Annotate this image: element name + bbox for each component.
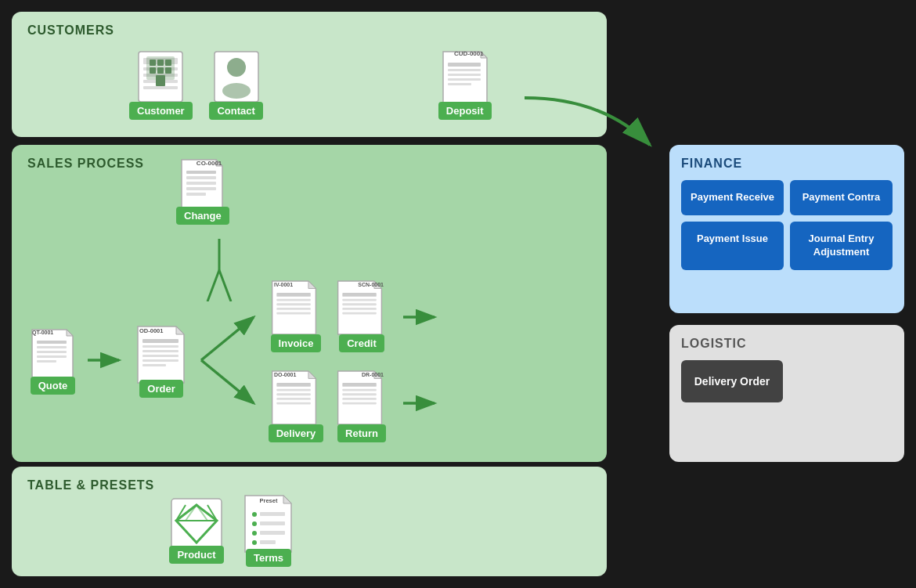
payment-contra-btn[interactable]: Payment Contra: [790, 180, 893, 215]
contact-card[interactable]: Contact: [208, 45, 265, 120]
svg-rect-98: [260, 512, 285, 516]
change-icon: CO-0001: [177, 157, 228, 213]
svg-rect-62: [276, 312, 310, 315]
svg-rect-102: [260, 531, 285, 535]
svg-rect-58: [276, 293, 310, 297]
svg-rect-47: [142, 345, 179, 348]
svg-rect-40: [37, 355, 67, 358]
svg-rect-5: [143, 86, 178, 89]
svg-rect-65: [342, 293, 376, 297]
finance-title: FINANCE: [681, 157, 893, 171]
svg-rect-27: [186, 171, 216, 174]
order-icon: OD-0001: [133, 323, 189, 386]
svg-rect-23: [448, 83, 471, 85]
svg-rect-41: [37, 360, 56, 363]
change-label-badge: Change: [176, 207, 229, 225]
svg-rect-66: [342, 299, 376, 301]
svg-rect-9: [165, 60, 171, 66]
quote-ref: QT-0001: [32, 330, 53, 335]
svg-rect-46: [142, 339, 179, 343]
sales-label: SALES PROCESS: [27, 157, 144, 171]
svg-line-55: [201, 360, 254, 403]
finance-buttons: Payment Receive Payment Contra Payment I…: [681, 180, 893, 270]
svg-rect-50: [142, 359, 179, 362]
payment-receive-btn[interactable]: Payment Receive: [681, 180, 784, 215]
customers-section: CUSTOMERS: [12, 12, 607, 137]
invoice-credit-pair: IV-0001 Invoice: [268, 278, 390, 352]
svg-rect-8: [157, 60, 164, 66]
quote-to-order-arrow: [86, 348, 125, 372]
product-icon: [168, 496, 225, 552]
customer-card[interactable]: Customer: [129, 45, 193, 120]
quote-card[interactable]: QT-0001 Quote: [27, 326, 78, 395]
svg-rect-68: [342, 308, 376, 310]
terms-label-badge: Terms: [246, 549, 291, 567]
customers-label: CUSTOMERS: [27, 23, 114, 38]
deposit-ref: CUD-0001: [454, 50, 484, 57]
change-card[interactable]: CO-0001 Change: [176, 157, 229, 225]
right-group: IV-0001 Invoice: [268, 278, 390, 442]
quote-label-badge: Quote: [31, 377, 76, 395]
quote-icon: QT-0001: [27, 326, 78, 383]
product-label-badge: Product: [169, 546, 223, 564]
svg-line-54: [201, 317, 254, 360]
svg-rect-81: [342, 393, 376, 395]
credit-card[interactable]: SCN-0001 Credit: [334, 278, 390, 352]
payment-issue-btn[interactable]: Payment Issue: [681, 222, 784, 270]
svg-rect-19: [448, 63, 481, 67]
customer-icon: [132, 45, 189, 108]
terms-icon: Preset: [240, 492, 297, 555]
product-card[interactable]: Product: [168, 496, 225, 564]
delivery-order-btn[interactable]: Delivery Order: [681, 360, 783, 402]
deposit-card[interactable]: CUD-0001 Deposit: [437, 45, 493, 120]
svg-marker-17: [443, 52, 487, 103]
credit-label-badge: Credit: [339, 334, 384, 352]
delivery-ref: DO-0001: [274, 372, 296, 377]
svg-rect-20: [448, 69, 481, 71]
svg-rect-11: [157, 67, 164, 74]
svg-rect-49: [142, 355, 179, 357]
svg-point-97: [252, 512, 257, 517]
svg-rect-37: [37, 341, 67, 344]
svg-rect-75: [276, 398, 310, 400]
svg-rect-21: [448, 74, 481, 76]
svg-rect-104: [260, 540, 276, 544]
svg-rect-76: [276, 402, 310, 405]
journal-entry-btn[interactable]: Journal Entry Adjustment: [790, 222, 893, 270]
svg-marker-45: [176, 326, 184, 334]
delivery-return-pair: DO-0001 Delivery: [268, 368, 390, 442]
svg-point-101: [252, 531, 257, 536]
deposit-label: Deposit: [438, 102, 492, 120]
svg-rect-83: [342, 402, 376, 405]
svg-marker-96: [283, 496, 291, 503]
return-card[interactable]: DR-0001 Return: [334, 368, 390, 442]
delivery-card[interactable]: DO-0001 Delivery: [268, 368, 324, 442]
terms-preset-ref: Preset: [260, 497, 278, 504]
customer-label: Customer: [129, 102, 193, 120]
svg-rect-31: [186, 193, 206, 196]
return-label-badge: Return: [337, 424, 386, 442]
logistic-title: LOGISTIC: [681, 337, 893, 351]
svg-rect-10: [150, 67, 156, 74]
svg-point-15: [227, 58, 246, 77]
sales-section: SALES PROCESS CO-0001 Change: [12, 145, 607, 462]
terms-card[interactable]: Preset Terms: [240, 492, 297, 567]
change-ref: CO-0001: [197, 160, 222, 167]
svg-rect-74: [276, 393, 310, 395]
invoice-card[interactable]: IV-0001 Invoice: [268, 278, 324, 352]
credit-ref: SCN-0001: [358, 282, 384, 287]
order-card[interactable]: OD-0001 Order: [133, 323, 189, 398]
delivery-label-badge: Delivery: [269, 424, 324, 442]
return-icon: DR-0001: [334, 368, 390, 431]
deposit-icon: CUD-0001: [437, 45, 493, 108]
order-label-badge: Order: [139, 380, 182, 398]
svg-rect-22: [448, 78, 481, 81]
finance-section: FINANCE Payment Receive Payment Contra P…: [669, 145, 904, 313]
svg-marker-57: [308, 281, 316, 288]
svg-rect-60: [276, 303, 310, 305]
svg-rect-13: [156, 75, 165, 86]
presets-label: TABLE & PRESETS: [27, 478, 154, 492]
contact-label: Contact: [209, 102, 262, 120]
contact-icon: [208, 45, 265, 108]
svg-point-16: [222, 83, 251, 99]
